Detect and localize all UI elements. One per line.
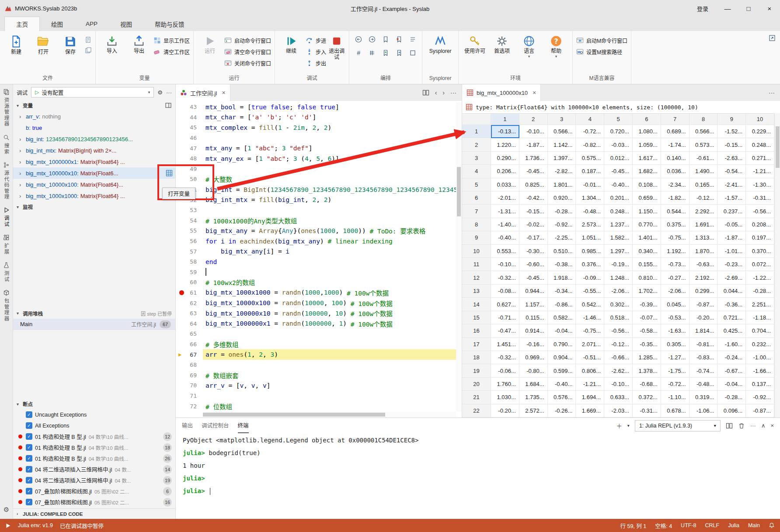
breakpoint-checkbox[interactable]: ✓ bbox=[26, 477, 32, 483]
code-line-69[interactable]: 69# 数组嵌套 bbox=[176, 370, 462, 380]
license-button[interactable]: 使用许可 bbox=[462, 32, 488, 54]
table-cell[interactable]: 0.904... bbox=[548, 351, 576, 364]
close-tab-icon[interactable]: × bbox=[533, 89, 536, 96]
scrollbar-thumb[interactable] bbox=[203, 413, 385, 417]
start-debug-icon[interactable]: ▷ bbox=[35, 89, 39, 95]
table-cell[interactable]: 0.290... bbox=[491, 152, 519, 165]
code-line-55[interactable]: 55big_mtx_any = Array{Any}(ones(1000, 10… bbox=[176, 226, 462, 236]
table-cell[interactable]: -1.31... bbox=[491, 205, 519, 218]
table-cell[interactable]: -0.72... bbox=[576, 125, 604, 138]
table-cell[interactable]: 1.080... bbox=[633, 125, 661, 138]
table-cell[interactable]: 0.197... bbox=[746, 231, 774, 244]
variable-row-big_mtx_1000x1000[interactable]: ›big_mtx_1000x1000:Matrix{Float64} ... bbox=[13, 190, 175, 202]
activity-item-explorer[interactable]: 资源管理器 bbox=[3, 89, 10, 127]
gutter[interactable]: 70 bbox=[176, 380, 203, 391]
table-cell[interactable]: -0.45... bbox=[604, 165, 633, 178]
table-cell[interactable]: 0.576... bbox=[548, 391, 576, 404]
table-cell[interactable]: 0.553... bbox=[491, 245, 519, 258]
table-cell[interactable]: 1.691... bbox=[689, 218, 718, 231]
table-cell[interactable]: -0.32... bbox=[491, 351, 519, 364]
table-cell[interactable]: -0.20... bbox=[491, 404, 519, 417]
code-text[interactable]: # 数组嵌套 bbox=[203, 370, 462, 380]
table-cell[interactable]: -0.35... bbox=[633, 338, 661, 351]
chevron-down-icon[interactable]: ▾ bbox=[627, 423, 630, 428]
table-cell[interactable]: 0.806... bbox=[576, 364, 604, 377]
code-text[interactable]: # 位数组 bbox=[203, 401, 462, 411]
code-line-58[interactable]: 58end bbox=[176, 257, 462, 267]
gutter[interactable]: 44 bbox=[176, 112, 203, 123]
scrollbar-thumb[interactable] bbox=[776, 126, 780, 168]
table-cell[interactable]: -0.55... bbox=[576, 285, 604, 298]
row-header-15[interactable]: 15 bbox=[462, 311, 491, 324]
table-cell[interactable]: -1.00... bbox=[746, 351, 774, 364]
step-in-button[interactable]: 步入 bbox=[306, 47, 326, 56]
code-text[interactable]: big_int_mtx = fill(big_int, 2, 2) bbox=[203, 195, 462, 205]
breakpoint-row[interactable]: ✓01 构造和处理 B 型.jl04 数学\10 曲线...18 bbox=[13, 442, 175, 453]
activity-item-package[interactable]: 包管理器 bbox=[3, 289, 10, 322]
table-cell[interactable]: 0.137... bbox=[746, 378, 774, 391]
code-line-63[interactable]: 63big_mtx_100000x10 = randn(100000, 10) … bbox=[176, 308, 462, 319]
clear-cmd-window-button[interactable]: 清空命令行窗口 bbox=[224, 47, 271, 56]
row-header-8[interactable]: 8 bbox=[462, 218, 491, 231]
table-cell[interactable]: 1.304... bbox=[576, 191, 604, 205]
gutter[interactable]: 54 bbox=[176, 216, 203, 226]
table-cell[interactable]: -0.15... bbox=[519, 205, 548, 218]
gutter[interactable]: 50 bbox=[176, 174, 203, 184]
table-cell[interactable]: 2.292... bbox=[689, 205, 718, 218]
sysplorer-button[interactable]: Sysplorer bbox=[426, 32, 455, 54]
maximize-panel-icon[interactable]: ∧ bbox=[761, 422, 766, 429]
gutter[interactable]: 43 bbox=[176, 102, 203, 112]
indent-status[interactable]: 空格: 4 bbox=[655, 522, 672, 530]
gutter[interactable]: 46 bbox=[176, 133, 203, 143]
panel-tab-debug-console[interactable]: 调试控制台 bbox=[202, 418, 229, 433]
table-cell[interactable]: 1.582... bbox=[604, 231, 633, 244]
row-header-7[interactable]: 7 bbox=[462, 205, 491, 218]
gutter[interactable]: 57 bbox=[176, 246, 203, 257]
row-header-4[interactable]: 4 bbox=[462, 165, 491, 178]
table-cell[interactable]: 0.582... bbox=[548, 311, 576, 324]
column-header-8[interactable]: 8 bbox=[689, 114, 718, 125]
export-button[interactable]: 导出 bbox=[126, 32, 152, 54]
table-cell[interactable]: -0.75... bbox=[661, 231, 689, 244]
table-cell[interactable]: -0.51... bbox=[576, 351, 604, 364]
panel-more-icon[interactable]: ··· bbox=[750, 422, 756, 429]
ribbon-tab-plot[interactable]: 绘图 bbox=[40, 17, 74, 31]
close-cmd-window-button[interactable]: 关闭命令行窗口 bbox=[224, 59, 271, 68]
code-text[interactable] bbox=[203, 205, 462, 216]
bookmark-next-icon[interactable] bbox=[393, 49, 405, 56]
table-cell[interactable]: 0.248... bbox=[604, 205, 633, 218]
breakpoint-row[interactable]: ✓All Exceptions bbox=[13, 420, 175, 431]
table-cell[interactable]: -1.18... bbox=[746, 311, 774, 324]
gutter[interactable]: 60 bbox=[176, 277, 203, 288]
help-button[interactable]: ? 帮助 ▾ bbox=[543, 32, 569, 59]
row-header-3[interactable]: 3 bbox=[462, 152, 491, 165]
open-button[interactable]: 打开 bbox=[31, 32, 56, 55]
language-status[interactable]: Julia bbox=[728, 522, 739, 529]
table-cell[interactable]: 0.044... bbox=[717, 285, 746, 298]
table-cell[interactable]: 0.232... bbox=[746, 338, 774, 351]
table-cell[interactable]: -0.63... bbox=[689, 258, 718, 271]
table-cell[interactable]: 0.689... bbox=[661, 125, 689, 138]
table-cell[interactable]: -1.06... bbox=[689, 404, 718, 417]
table-cell[interactable]: 1.059... bbox=[633, 138, 661, 151]
debug-gear-icon[interactable]: ⚙ bbox=[157, 89, 163, 96]
gutter[interactable]: 64 bbox=[176, 318, 203, 329]
variable-row-b[interactable]: b:true bbox=[13, 122, 175, 133]
encoding-status[interactable]: UTF-8 bbox=[681, 522, 696, 529]
table-cell[interactable]: 1.401... bbox=[633, 231, 661, 244]
table-cell[interactable]: 1.220... bbox=[491, 138, 519, 151]
table-cell[interactable]: -1.22... bbox=[746, 271, 774, 284]
breakpoint-row[interactable]: ✓01 构造和处理 B 型.jl04 数学\10 曲线...12 bbox=[13, 431, 175, 442]
code-line-49[interactable]: 49 bbox=[176, 164, 462, 174]
table-cell[interactable]: -2.01... bbox=[491, 191, 519, 205]
table-cell[interactable]: 2.573... bbox=[576, 218, 604, 231]
table-cell[interactable]: -0.67... bbox=[717, 364, 746, 377]
hash-toggle-icon[interactable] bbox=[366, 49, 378, 56]
table-cell[interactable]: -0.12... bbox=[689, 191, 718, 205]
table-cell[interactable]: 0.659... bbox=[633, 191, 661, 205]
code-text[interactable]: for i in eachindex(big_mtx_any) # linear… bbox=[203, 236, 462, 247]
table-cell[interactable]: 0.096... bbox=[717, 404, 746, 417]
table-cell[interactable]: 1.378... bbox=[633, 364, 661, 377]
table-cell[interactable]: 1.918... bbox=[548, 271, 576, 284]
table-cell[interactable]: 0.229... bbox=[746, 125, 774, 138]
